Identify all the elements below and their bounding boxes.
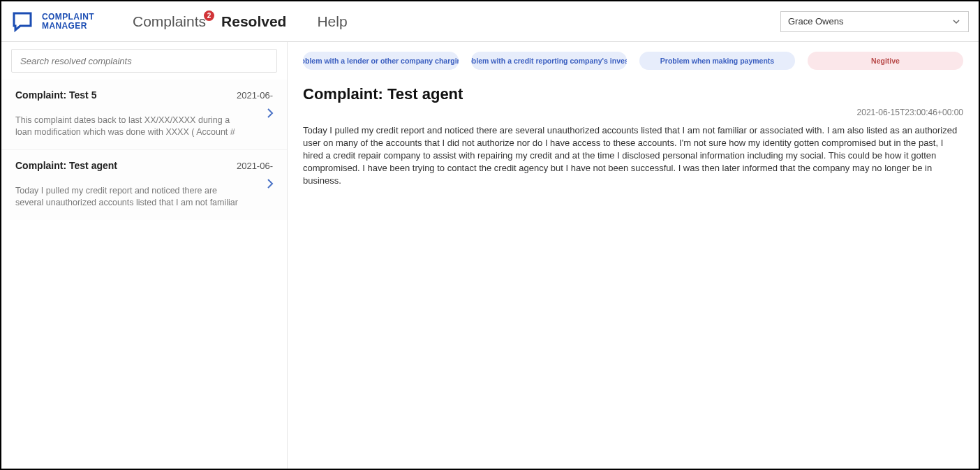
brand-line1: COMPLAINT (42, 13, 94, 22)
chat-bubble-icon (11, 10, 35, 34)
complaint-list: Complaint: Test 5 2021-06- This complain… (1, 80, 287, 220)
nav-resolved[interactable]: Resolved (221, 13, 286, 30)
body: Complaint: Test 5 2021-06- This complain… (1, 42, 979, 469)
complaint-body: Today I pulled my credit report and noti… (303, 124, 963, 187)
chevron-right-icon (265, 178, 276, 192)
list-item[interactable]: Complaint: Test agent 2021-06- Today I p… (1, 149, 287, 220)
tag-pill[interactable]: Problem with a lender or other company c… (303, 52, 459, 70)
sentiment-pill-negative[interactable]: Negitive (808, 52, 963, 70)
top-nav: Complaints 2 Resolved (133, 13, 286, 30)
complaint-timestamp: 2021-06-15T23:00:46+00:00 (303, 108, 963, 117)
tag-pill[interactable]: Problem when making payments (639, 52, 795, 70)
main-panel: Problem with a lender or other company c… (288, 42, 979, 469)
user-dropdown[interactable]: Grace Owens (780, 11, 969, 32)
user-name: Grace Owens (788, 16, 843, 27)
nav-complaints-label: Complaints (133, 13, 206, 29)
brand-line2: MANAGER (42, 22, 94, 31)
search-wrap (1, 42, 287, 80)
list-item-preview: This complaint dates back to last XX/XX/… (15, 115, 239, 138)
header-bar: COMPLAINT MANAGER Complaints 2 Resolved … (1, 1, 979, 42)
app-frame: COMPLAINT MANAGER Complaints 2 Resolved … (0, 0, 980, 470)
brand-text: COMPLAINT MANAGER (42, 13, 94, 31)
nav-help[interactable]: Help (317, 13, 347, 30)
list-item[interactable]: Complaint: Test 5 2021-06- This complain… (1, 80, 287, 149)
list-item-date: 2021-06- (237, 90, 273, 101)
brand: COMPLAINT MANAGER (11, 10, 130, 34)
chevron-right-icon (265, 108, 276, 122)
nav-complaints[interactable]: Complaints 2 (133, 13, 206, 30)
tag-pill[interactable]: Problem with a credit reporting company'… (471, 52, 627, 70)
list-item-date: 2021-06- (237, 161, 273, 171)
sidebar: Complaint: Test 5 2021-06- This complain… (1, 42, 288, 469)
list-item-title: Complaint: Test 5 (15, 89, 237, 101)
search-input[interactable] (11, 49, 277, 73)
list-item-title: Complaint: Test agent (15, 160, 237, 171)
complaints-badge: 2 (204, 10, 214, 21)
tag-row: Problem with a lender or other company c… (303, 52, 963, 70)
chevron-down-icon (951, 17, 961, 27)
list-item-preview: Today I pulled my credit report and noti… (15, 185, 239, 209)
complaint-title: Complaint: Test agent (303, 85, 963, 103)
